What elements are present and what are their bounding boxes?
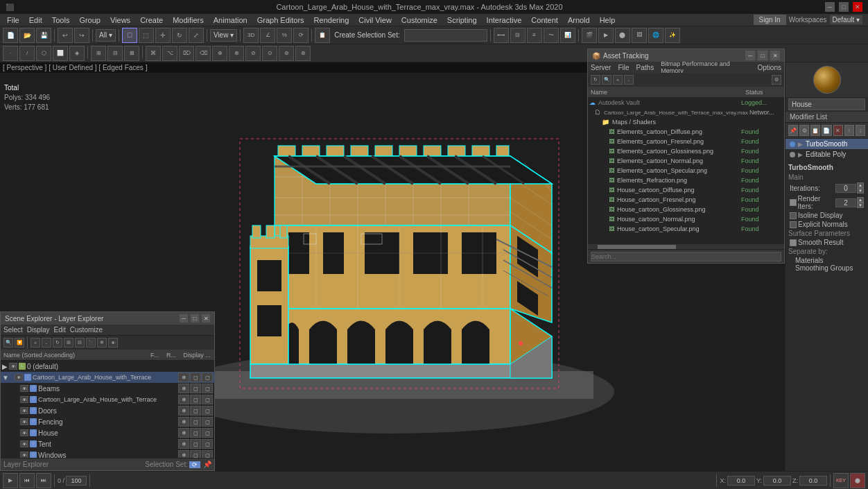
ep-btn9[interactable]: ⊚ — [279, 46, 294, 61]
mod-paste-btn[interactable]: 📄 — [822, 125, 831, 136]
coord-x-input[interactable] — [727, 476, 755, 486]
workspace-dropdown[interactable]: Default ▾ — [830, 15, 862, 24]
se-item-cartoon-sub[interactable]: 👁 ○ Cartoon_Large_Arab_House_with_Terrac… — [1, 394, 214, 405]
ep-btn10[interactable]: ⊛ — [295, 46, 311, 61]
at-content[interactable]: ☁ Autodesk Vault Logged... 🗋 Cartoon_Lar… — [588, 98, 784, 243]
se-item-fencing[interactable]: 👁 ○ Fencing ❄ ◻ ◻ — [1, 416, 214, 427]
at-file-house-fresnel[interactable]: 🖼 House_cartoon_Fresnel.png Found — [588, 195, 784, 205]
spinner-snap-btn[interactable]: ⟳ — [293, 28, 309, 43]
3d-snap-btn[interactable]: 3D — [243, 28, 259, 43]
undo-button[interactable]: ↩ — [58, 28, 73, 43]
mod-delete-btn[interactable]: ✕ — [833, 125, 843, 136]
se-maximize-btn[interactable]: □ — [191, 314, 199, 323]
open-button[interactable]: 📂 — [19, 28, 35, 43]
angle-snap-btn[interactable]: ∠ — [260, 28, 275, 43]
se-content[interactable]: ▶ 👁 L 0 (default) ▼ 👁 ○ Cartoon_Large_Ar… — [1, 361, 214, 458]
coord-z-input[interactable] — [799, 476, 827, 486]
se-eye-fencing[interactable]: 👁 — [20, 418, 28, 425]
layer-btn[interactable]: ≡ — [527, 28, 542, 43]
menu-arnold[interactable]: Arnold — [564, 15, 594, 25]
menu-modifiers[interactable]: Modifiers — [168, 15, 208, 25]
ep-btn7[interactable]: ⊘ — [245, 46, 261, 61]
menu-views[interactable]: Views — [106, 15, 134, 25]
ts-explicit-normals-checkbox[interactable] — [790, 221, 797, 228]
at-minimize-btn[interactable]: ─ — [745, 51, 755, 60]
rotate-btn[interactable]: ↻ — [172, 28, 187, 43]
se-vis-beams[interactable]: ◻ — [190, 384, 201, 393]
se-item-beams[interactable]: 👁 ○ Beams ❄ ◻ ◻ — [1, 383, 214, 394]
se-item-windows[interactable]: 👁 ○ Windows ❄ ◻ ◻ — [1, 449, 214, 458]
ts-iterations-input[interactable] — [835, 184, 856, 193]
se-eye-beams[interactable]: 👁 — [20, 385, 28, 392]
se-del-layer-btn[interactable]: - — [42, 338, 51, 348]
se-vis-icon[interactable]: ◻ — [190, 372, 201, 382]
sign-in-button[interactable]: Sign In — [754, 15, 786, 25]
at-menu-bitmap[interactable]: Bitmap Performance and Memory — [661, 60, 750, 74]
named-sel-btn[interactable]: 📋 — [315, 28, 330, 43]
at-refresh-btn[interactable]: ↻ — [591, 75, 600, 85]
ts-render-iters-input[interactable] — [835, 198, 856, 207]
at-file-house-specular[interactable]: 🖼 House_cartoon_Specular.png Found — [588, 224, 784, 234]
mod-move-up-btn[interactable]: ↑ — [844, 125, 854, 136]
se-freeze-beams[interactable]: ❄ — [178, 384, 189, 393]
graph-editors-btn[interactable]: 📊 — [560, 28, 575, 43]
curve-editor-btn[interactable]: 〜 — [544, 28, 559, 43]
effects-btn[interactable]: ✨ — [665, 28, 680, 43]
se-refresh-btn[interactable]: ↻ — [53, 338, 62, 348]
at-add-btn[interactable]: + — [613, 75, 623, 85]
maximize-button[interactable]: □ — [839, 2, 849, 12]
at-file-house-diffuse[interactable]: 🖼 House_cartoon_Diffuse.png Found — [588, 185, 784, 195]
se-menu-display[interactable]: Display — [27, 326, 50, 334]
at-find-btn[interactable]: 🔍 — [602, 75, 611, 85]
edit-poly-2[interactable]: ⊟ — [107, 46, 123, 61]
active-render-btn[interactable]: ⬤ — [615, 28, 630, 43]
modifier-editable-poly[interactable]: ▶ Editable Poly — [785, 149, 868, 160]
sub-sel-element[interactable]: ◈ — [69, 46, 85, 61]
align-btn[interactable]: ⊟ — [510, 28, 526, 43]
modifier-turbosmooth[interactable]: ▶ TurboSmooth — [785, 139, 868, 149]
mod-move-down-btn[interactable]: ↓ — [856, 125, 865, 136]
mod-configure-btn[interactable]: ⚙ — [799, 125, 809, 136]
se-menu-edit[interactable]: Edit — [54, 326, 66, 334]
menu-scripting[interactable]: Scripting — [443, 15, 481, 25]
save-button[interactable]: 💾 — [36, 28, 51, 43]
at-remove-btn[interactable]: - — [624, 75, 634, 85]
at-file-specular[interactable]: 🖼 Elements_cartoon_Specular.png Found — [588, 166, 784, 175]
set-key-btn[interactable]: ⬤ — [850, 473, 865, 488]
at-file-glossiness[interactable]: 🖼 Elements_cartoon_Glossiness.png Found — [588, 146, 784, 156]
menu-edit[interactable]: Edit — [25, 15, 46, 25]
menu-graph-editors[interactable]: Graph Editors — [253, 15, 309, 25]
edit-poly-3[interactable]: ⊠ — [124, 46, 139, 61]
at-file-house-glossiness[interactable]: 🖼 House_cartoon_Glossiness.png Found — [588, 205, 784, 214]
view-dropdown[interactable]: View ▾ — [210, 29, 237, 42]
se-item-layer-default[interactable]: ▶ 👁 L 0 (default) — [1, 361, 214, 372]
ep-btn5[interactable]: ⊕ — [212, 46, 227, 61]
se-item-main-house[interactable]: ▼ 👁 ○ Cartoon_Large_Arab_House_with_Terr… — [1, 372, 214, 383]
environment-btn[interactable]: 🌐 — [648, 28, 663, 43]
at-file-refraction[interactable]: 🖼 Elements_Refraction.png Found — [588, 175, 784, 185]
se-close-btn[interactable]: ✕ — [202, 314, 210, 323]
render-btn[interactable]: ▶ — [598, 28, 614, 43]
menu-create[interactable]: Create — [136, 15, 167, 25]
menu-civil-view[interactable]: Civil View — [354, 15, 395, 25]
ts-render-iters-checkbox[interactable] — [790, 199, 797, 206]
se-hide-btn[interactable]: 👁 — [108, 338, 118, 348]
ep-btn1[interactable]: ⌘ — [146, 46, 161, 61]
new-button[interactable]: 📄 — [3, 28, 18, 43]
se-search-btn[interactable]: 🔍 — [3, 338, 13, 348]
at-file-normal[interactable]: 🖼 Elements_cartoon_Normal.png Found — [588, 156, 784, 166]
se-select-all-btn[interactable]: ⬛ — [86, 338, 96, 348]
menu-tools[interactable]: Tools — [48, 15, 74, 25]
se-eye-tent[interactable]: 👁 — [20, 440, 28, 447]
se-eye-windows[interactable]: 👁 — [20, 452, 28, 458]
menu-customize[interactable]: Customize — [397, 15, 442, 25]
prev-frame-btn[interactable]: ⏮ — [19, 473, 35, 488]
close-button[interactable]: ✕ — [853, 2, 862, 12]
menu-interactive[interactable]: Interactive — [483, 15, 526, 25]
ep-btn8[interactable]: ⊙ — [262, 46, 277, 61]
menu-animation[interactable]: Animation — [209, 15, 252, 25]
minimize-button[interactable]: ─ — [825, 2, 835, 12]
se-filter-btn[interactable]: 🔽 — [15, 338, 24, 348]
scale-btn[interactable]: ⤢ — [189, 28, 204, 43]
at-menu-server[interactable]: Server — [591, 64, 611, 71]
